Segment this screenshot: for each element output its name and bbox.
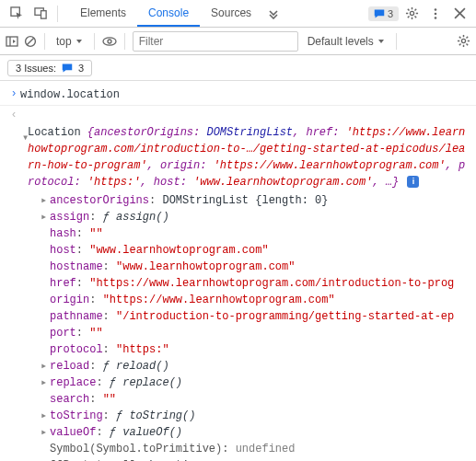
prompt-caret-icon: › [7, 86, 20, 103]
prop-replace[interactable]: ▸replace: ƒ replace() [41, 375, 476, 391]
inspect-icon[interactable] [6, 3, 28, 25]
prop-host[interactable]: host: "www.learnhowtoprogram.com" [41, 242, 476, 259]
prop-protocol[interactable]: protocol: "https:" [41, 341, 476, 358]
prop-ancestorOrigins[interactable]: ▸ancestorOrigins: DOMStringList {length:… [41, 192, 476, 209]
divider [396, 33, 397, 50]
expand-header-icon[interactable]: ▾ [22, 132, 29, 144]
log-levels-selector[interactable]: Default levels [304, 33, 389, 50]
prop-valueOf[interactable]: ▸valueOf: ƒ valueOf() [41, 424, 476, 441]
close-icon[interactable] [448, 3, 470, 25]
context-label: top [56, 35, 72, 48]
context-selector[interactable]: top [52, 33, 87, 50]
settings-icon[interactable] [401, 3, 423, 25]
prop-port[interactable]: port: "" [41, 325, 476, 341]
levels-label: Default levels [308, 35, 374, 48]
console-output-row[interactable]: ‹ [0, 108, 476, 124]
class-name: Location [28, 126, 87, 139]
svg-point-3 [410, 11, 413, 15]
tab-elements[interactable]: Elements [69, 1, 137, 27]
prop-assign[interactable]: ▸assign: ƒ assign() [41, 209, 476, 225]
svg-point-22 [108, 40, 111, 43]
command-text: window.location [20, 86, 120, 103]
prop-reload[interactable]: ▸reload: ƒ reload() [41, 358, 476, 375]
prop-search[interactable]: search: "" [41, 391, 476, 408]
messages-count: 3 [388, 8, 393, 19]
prop-prototype[interactable]: ▸[[Prototype]]: Location [41, 457, 476, 461]
tab-sources[interactable]: Sources [200, 1, 262, 27]
svg-line-29 [467, 44, 469, 46]
info-icon[interactable]: i [407, 176, 419, 188]
sidebar-toggle-icon[interactable] [6, 35, 18, 48]
prop-symbol[interactable]: Symbol(Symbol.toPrimitive): undefined [41, 441, 476, 457]
svg-line-9 [414, 17, 416, 18]
svg-line-10 [407, 17, 409, 18]
output-caret-icon: ‹ [7, 108, 20, 124]
svg-rect-17 [6, 37, 17, 46]
prop-origin[interactable]: origin: "https://www.learnhowtoprogram.c… [41, 292, 476, 308]
svg-point-12 [435, 8, 437, 11]
svg-point-13 [435, 12, 437, 15]
object-properties: ▸ancestorOrigins: DOMStringList {length:… [0, 192, 476, 461]
svg-line-8 [407, 9, 409, 11]
filter-input[interactable] [133, 31, 298, 52]
issues-label: 3 Issues: [16, 63, 56, 74]
console-input-row[interactable]: › window.location [0, 86, 476, 103]
tab-console[interactable]: Console [137, 1, 200, 27]
svg-line-20 [27, 38, 34, 45]
live-expression-icon[interactable] [102, 36, 117, 47]
svg-point-21 [103, 37, 116, 44]
svg-line-11 [414, 9, 416, 11]
issues-bar: 3 Issues: 3 [0, 55, 476, 81]
svg-rect-2 [41, 11, 46, 18]
prop-hash[interactable]: hash: "" [41, 225, 476, 242]
more-tabs-icon[interactable] [264, 5, 283, 23]
svg-line-28 [459, 37, 461, 39]
devtools-topbar: Elements Console Sources 3 [0, 0, 476, 28]
messages-badge[interactable]: 3 [368, 6, 399, 21]
console-output: › window.location ‹ Location {ancestorOr… [0, 81, 476, 461]
divider [94, 33, 95, 50]
console-settings-icon[interactable] [457, 34, 470, 48]
svg-line-31 [467, 37, 469, 39]
issues-count: 3 [78, 63, 84, 74]
object-header[interactable]: Location {ancestorOrigins: DOMStringList… [0, 124, 476, 190]
prop-href[interactable]: href: "https://www.learnhowtoprogram.com… [41, 275, 476, 292]
divider [57, 6, 58, 22]
svg-point-14 [435, 17, 437, 19]
divider [44, 33, 45, 50]
divider [124, 33, 125, 50]
console-toolbar: top Default levels [0, 28, 476, 55]
svg-point-23 [461, 39, 465, 42]
device-toggle-icon[interactable] [29, 3, 52, 25]
prop-hostname[interactable]: hostname: "www.learnhowtoprogram.com" [41, 259, 476, 275]
svg-line-30 [459, 44, 461, 46]
issues-button[interactable]: 3 Issues: 3 [7, 60, 92, 76]
clear-console-icon[interactable] [24, 35, 37, 48]
tab-strip: Elements Console Sources [69, 1, 262, 27]
prop-toString[interactable]: ▸toString: ƒ toString() [41, 408, 476, 424]
prop-pathname[interactable]: pathname: "/introduction-to-programming/… [41, 308, 476, 325]
kebab-menu-icon[interactable] [424, 3, 447, 25]
